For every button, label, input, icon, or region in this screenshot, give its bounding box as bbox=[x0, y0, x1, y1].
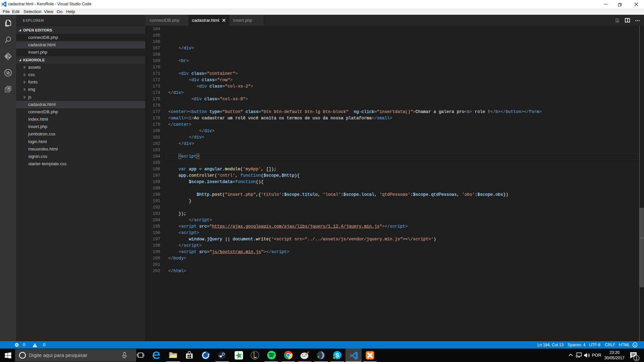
svg-text:S: S bbox=[335, 352, 339, 359]
svg-text:1: 1 bbox=[635, 356, 638, 361]
